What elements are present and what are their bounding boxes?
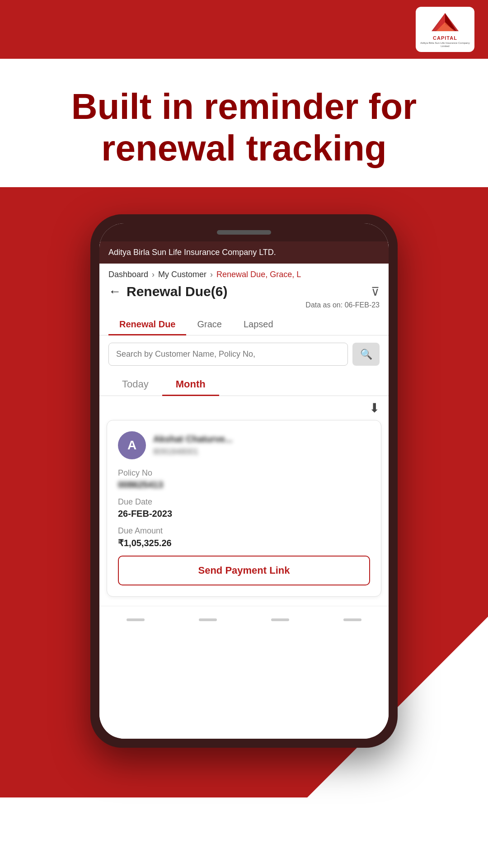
policy-no-value: 008625413 — [118, 480, 370, 490]
download-row: ⬇ — [99, 396, 389, 420]
logo-brand: CAPITAL — [433, 35, 457, 41]
customer-info: Akshat Chaturve... 8091848001 — [153, 434, 233, 457]
logo-subtext: Aditya Birla Sun Life Insurance Company … — [419, 42, 471, 48]
send-payment-button[interactable]: Send Payment Link — [118, 556, 370, 585]
search-row: 🔍 — [99, 335, 389, 373]
due-amount-value: ₹1,05,325.26 — [118, 538, 370, 548]
app-topbar: Aditya Birla Sun Life Insurance Company … — [99, 241, 389, 264]
breadcrumb-sep1: › — [152, 270, 155, 279]
phone-mockup: Aditya Birla Sun Life Insurance Company … — [90, 214, 398, 748]
nav-dot-3 — [271, 618, 289, 621]
breadcrumb-mycustomer[interactable]: My Customer — [158, 270, 206, 279]
search-input[interactable] — [108, 343, 348, 366]
page-header: ← Renewal Due(6) ⊽ — [99, 279, 389, 299]
due-amount-label: Due Amount — [118, 526, 370, 536]
customer-card: A Akshat Chaturve... 8091848001 Policy N… — [107, 420, 381, 597]
nav-dot-2 — [199, 618, 217, 621]
breadcrumb-current: Renewal Due, Grace, L — [216, 270, 301, 279]
hero-section: Built in reminder for renewal tracking — [0, 59, 488, 187]
tab-lapsed[interactable]: Lapsed — [233, 314, 284, 335]
breadcrumb-sep2: › — [210, 270, 213, 279]
card-top: A Akshat Chaturve... 8091848001 — [118, 431, 370, 459]
tab-renewal-due[interactable]: Renewal Due — [108, 314, 186, 335]
header: CAPITAL Aditya Birla Sun Life Insurance … — [0, 0, 488, 59]
breadcrumb: Dashboard › My Customer › Renewal Due, G… — [99, 264, 389, 279]
period-tabs: Today Month — [99, 373, 389, 396]
customer-name: Akshat Chaturve... — [153, 434, 233, 444]
breadcrumb-dashboard[interactable]: Dashboard — [108, 270, 148, 279]
nav-dot-4 — [343, 618, 361, 621]
phone-notch-bar — [99, 223, 389, 241]
due-date-label: Due Date — [118, 497, 370, 507]
hero-title: Built in reminder for renewal tracking — [27, 86, 461, 169]
period-tab-month[interactable]: Month — [162, 373, 219, 396]
filter-icon[interactable]: ⊽ — [371, 285, 380, 299]
phone-section: Aditya Birla Sun Life Insurance Company … — [0, 187, 488, 797]
nav-dot-1 — [127, 618, 145, 621]
bottom-nav-bar — [99, 606, 389, 633]
phone-notch — [217, 230, 271, 235]
avatar: A — [118, 431, 146, 459]
tabs-section: Renewal Due Grace Lapsed — [99, 314, 389, 335]
policy-no-label: Policy No — [118, 468, 370, 478]
data-date: Data as on: 06-FEB-23 — [99, 299, 389, 309]
download-icon[interactable]: ⬇ — [369, 401, 380, 415]
app-topbar-text: Aditya Birla Sun Life Insurance Company … — [108, 248, 276, 257]
back-arrow-icon[interactable]: ← — [108, 284, 121, 299]
logo-icon — [429, 11, 461, 33]
customer-id: 8091848001 — [153, 447, 233, 457]
tab-grace[interactable]: Grace — [186, 314, 232, 335]
search-button[interactable]: 🔍 — [352, 343, 380, 366]
page-header-left: ← Renewal Due(6) — [108, 284, 227, 299]
app-screen: Aditya Birla Sun Life Insurance Company … — [99, 241, 389, 739]
page-title: Renewal Due(6) — [127, 284, 227, 299]
due-date-value: 26-FEB-2023 — [118, 509, 370, 519]
period-tab-today[interactable]: Today — [108, 373, 162, 396]
phone-inner: Aditya Birla Sun Life Insurance Company … — [99, 223, 389, 739]
logo: CAPITAL Aditya Birla Sun Life Insurance … — [416, 7, 474, 52]
